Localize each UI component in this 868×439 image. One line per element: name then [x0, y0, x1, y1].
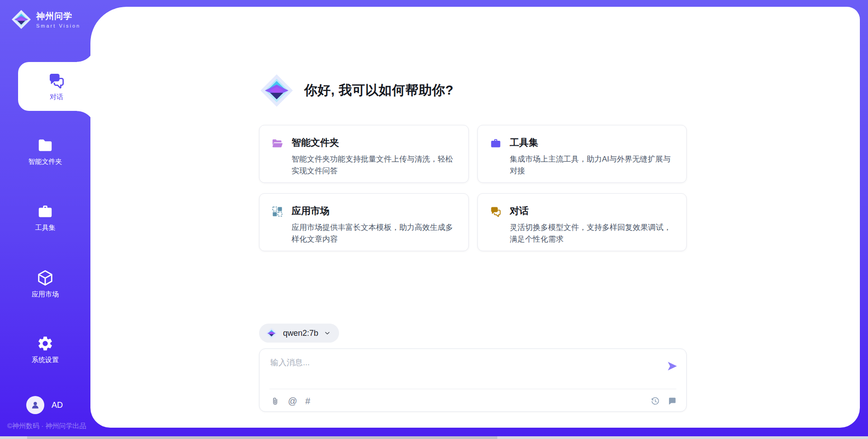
message-input[interactable] [270, 357, 650, 385]
toolbox-icon [490, 137, 502, 149]
send-button[interactable] [665, 360, 679, 373]
app-root: 神州问学 Smart Vision 对话 智能文件夹 工具集 应用市场 系统设置 [0, 0, 868, 439]
sidebar-item-label: 应用市场 [32, 290, 59, 299]
brand-name: 神州问学 [36, 10, 80, 22]
feature-card-toolset[interactable]: 工具集 集成市场上主流工具，助力AI与外界无缝扩展与对接 [477, 125, 687, 183]
feature-card-smart-folders[interactable]: 智能文件夹 智能文件夹功能支持批量文件上传与清洗，轻松实现文件问答 [259, 125, 469, 183]
sidebar-item-smart-folders[interactable]: 智能文件夹 [0, 137, 90, 166]
brand-text: 神州问学 Smart Vision [36, 10, 80, 29]
sidebar-item-settings[interactable]: 系统设置 [0, 335, 90, 364]
model-selector[interactable]: qwen2:7b [259, 324, 339, 343]
chat-bubbles-icon [47, 72, 66, 90]
user-profile[interactable]: AD [26, 396, 63, 414]
greeting: 你好, 我可以如何帮助你? [259, 73, 453, 108]
model-name: qwen2:7b [283, 329, 318, 338]
sidebar: 神州问学 Smart Vision 对话 智能文件夹 工具集 应用市场 系统设置 [0, 0, 90, 439]
folder-icon [37, 137, 54, 154]
folder-open-icon [271, 137, 283, 149]
sidebar-item-label: 系统设置 [32, 356, 59, 364]
composer: @ # [259, 348, 687, 412]
copyright: ©神州数码 · 神州问学出品 [7, 422, 86, 430]
person-icon [29, 399, 41, 411]
main-panel: 你好, 我可以如何帮助你? 智能文件夹 智能文件夹功能支持批量文件上传与清洗，轻… [90, 7, 860, 428]
composer-divider [269, 389, 676, 389]
card-description: 集成市场上主流工具，助力AI与外界无缝扩展与对接 [510, 153, 676, 177]
brand: 神州问学 Smart Vision [11, 9, 80, 30]
model-logo-icon [265, 327, 278, 339]
hashtag-button[interactable]: # [305, 396, 310, 406]
avatar [26, 396, 44, 414]
card-title: 对话 [510, 205, 676, 217]
card-body: 智能文件夹 智能文件夹功能支持批量文件上传与清洗，轻松实现文件问答 [292, 136, 458, 182]
toolbox-icon [37, 203, 54, 220]
history-icon [650, 396, 660, 406]
card-title: 工具集 [510, 136, 676, 149]
sidebar-item-label: 工具集 [35, 224, 56, 232]
history-button[interactable] [650, 396, 660, 406]
sidebar-item-label: 智能文件夹 [28, 157, 62, 166]
card-title: 应用市场 [292, 205, 458, 217]
feature-card-chat[interactable]: 对话 灵活切换多模型文件，支持多样回复效果调试，满足个性化需求 [477, 193, 687, 251]
mention-button[interactable]: @ [288, 396, 297, 406]
user-initials: AD [52, 401, 63, 410]
card-title: 智能文件夹 [292, 136, 458, 149]
grid-icon [271, 205, 283, 218]
sidebar-item-label: 对话 [50, 93, 63, 101]
brand-logo-icon [11, 9, 32, 30]
feature-cards: 智能文件夹 智能文件夹功能支持批量文件上传与清洗，轻松实现文件问答 工具集 集成… [259, 125, 687, 251]
card-body: 工具集 集成市场上主流工具，助力AI与外界无缝扩展与对接 [510, 136, 676, 182]
composer-toolbar: @ # [270, 393, 677, 409]
paperclip-icon [270, 396, 280, 406]
send-icon [666, 360, 678, 372]
sidebar-item-app-market[interactable]: 应用市场 [0, 269, 90, 299]
card-description: 应用市场提供丰富长文本模板，助力高效生成多样化文章内容 [292, 222, 458, 245]
card-description: 灵活切换多模型文件，支持多样回复效果调试，满足个性化需求 [510, 222, 676, 245]
attach-file-button[interactable] [270, 396, 280, 406]
gear-icon [37, 335, 54, 352]
card-body: 应用市场 应用市场提供丰富长文本模板，助力高效生成多样化文章内容 [292, 205, 458, 251]
greeting-text: 你好, 我可以如何帮助你? [304, 81, 453, 100]
sidebar-item-toolset[interactable]: 工具集 [0, 203, 90, 232]
chat-bubbles-icon [490, 205, 502, 218]
chat-square-icon [667, 396, 677, 406]
horizontal-scrollbar[interactable] [0, 436, 868, 439]
card-description: 智能文件夹功能支持批量文件上传与清洗，轻松实现文件问答 [292, 153, 458, 177]
chevron-down-icon [324, 329, 331, 337]
feature-card-app-market[interactable]: 应用市场 应用市场提供丰富长文本模板，助力高效生成多样化文章内容 [259, 193, 469, 251]
sidebar-item-chat[interactable]: 对话 [18, 62, 95, 111]
cube-icon [37, 269, 54, 286]
brand-subtitle: Smart Vision [36, 23, 80, 29]
new-chat-button[interactable] [667, 396, 677, 406]
assistant-logo-icon [259, 73, 294, 108]
card-body: 对话 灵活切换多模型文件，支持多样回复效果调试，满足个性化需求 [510, 205, 676, 251]
toolbar-right [650, 396, 677, 406]
scrollbar-thumb[interactable] [27, 436, 497, 439]
